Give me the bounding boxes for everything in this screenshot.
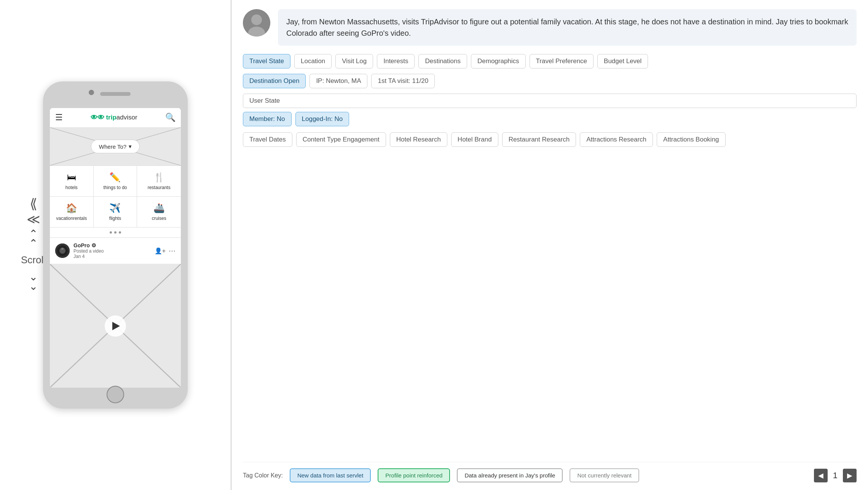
things-to-do-icon: ✏️ xyxy=(109,172,121,183)
user-avatar xyxy=(243,9,270,37)
scroll-control[interactable]: ⟪ ≪ ⌃ ⌃ Scroll ⌄ ⌄ xyxy=(21,197,46,293)
gopro-date-text: Jan 4 xyxy=(73,254,85,259)
play-triangle-icon xyxy=(112,322,120,330)
value-visit-log[interactable]: 1st TA visit: 11/20 xyxy=(371,74,435,88)
where-to-label: Where To? xyxy=(99,143,126,150)
main-content-area xyxy=(243,154,857,462)
restaurants-icon: 🍴 xyxy=(153,172,165,183)
up-chevron-2[interactable]: ⌃ xyxy=(29,237,38,250)
phone-speaker xyxy=(100,92,131,96)
user-state-label-chip: User State xyxy=(243,94,857,108)
value-destination-open[interactable]: Destination Open xyxy=(243,74,306,88)
tab-interests[interactable]: Interests xyxy=(377,54,415,68)
scroll-up-double-icon[interactable]: ≪ xyxy=(27,215,40,223)
gopro-left: GoPro ⚙ Posted a video Jan 4 xyxy=(55,242,104,259)
values-row-1: Destination Open IP: Newton, MA 1st TA v… xyxy=(243,74,857,88)
tab-location[interactable]: Location xyxy=(294,54,332,68)
gopro-name: GoPro ⚙ xyxy=(73,242,104,248)
restaurants-label: restaurants xyxy=(148,185,171,190)
category-vacation-rentals[interactable]: 🏠 vacationrentals xyxy=(50,197,94,228)
tab-visit-log[interactable]: Visit Log xyxy=(335,54,373,68)
user-state-section: User State Member: No Logged-In: No xyxy=(243,94,857,126)
gopro-verified-icon: ⚙ xyxy=(91,242,96,248)
tab-hotel-research[interactable]: Hotel Research xyxy=(390,132,447,147)
search-icon[interactable]: 🔍 xyxy=(165,113,176,123)
category-cruises[interactable]: 🚢 cruises xyxy=(137,197,181,228)
tab-content-type-engagement[interactable]: Content Type Engagement xyxy=(296,132,386,147)
right-panel: Jay, from Newton Massachusetts, visits T… xyxy=(231,0,868,490)
category-flights[interactable]: ✈️ flights xyxy=(94,197,137,228)
tripadvisor-logo: 👁👁 tripadvisor xyxy=(91,114,137,122)
gopro-header: GoPro ⚙ Posted a video Jan 4 👤+ xyxy=(55,242,176,259)
add-friend-icon[interactable]: 👤+ xyxy=(155,247,166,255)
next-page-button[interactable]: ▶ xyxy=(843,469,857,482)
pagination: ◀ 1 ▶ xyxy=(814,469,857,482)
gopro-info: GoPro ⚙ Posted a video Jan 4 xyxy=(73,242,104,259)
cruises-icon: 🚢 xyxy=(153,203,165,213)
cruises-label: cruises xyxy=(152,216,166,221)
scroll-label: Scroll xyxy=(21,255,46,266)
svg-point-6 xyxy=(61,248,64,250)
dot-1 xyxy=(110,231,112,234)
category-grid: 🛏 hotels ✏️ things to do 🍴 restaurants 🏠… xyxy=(50,165,181,228)
up-arrows-group[interactable]: ⌃ ⌃ xyxy=(29,228,38,250)
page-number: 1 xyxy=(833,471,838,480)
tag-color-key-label: Tag Color Key: xyxy=(243,472,283,479)
tab-attractions-research[interactable]: Attractions Research xyxy=(580,132,653,147)
gopro-post: GoPro ⚙ Posted a video Jan 4 👤+ xyxy=(50,238,181,264)
phone-camera xyxy=(89,90,94,95)
category-hotels[interactable]: 🛏 hotels xyxy=(50,166,94,197)
legend-new-data: New data from last servlet xyxy=(290,468,371,482)
left-panel: ⟪ ≪ ⌃ ⌃ Scroll ⌄ ⌄ ☰ 👁👁 tripadvisor 🔍 xyxy=(0,0,231,490)
legend-already-present: Data already present in Jay's profile xyxy=(457,468,563,482)
category-things-to-do[interactable]: ✏️ things to do xyxy=(94,166,137,197)
flights-icon: ✈️ xyxy=(109,203,121,213)
footer: Tag Color Key: New data from last servle… xyxy=(243,462,857,482)
tab-destinations[interactable]: Destinations xyxy=(418,54,467,68)
tab-attractions-booking[interactable]: Attractions Booking xyxy=(657,132,725,147)
legend-not-relevant: Not currently relevant xyxy=(570,468,639,482)
hotels-icon: 🛏 xyxy=(67,172,76,183)
gopro-subtitle: Posted a video Jan 4 xyxy=(73,248,104,259)
user-state-chips: Member: No Logged-In: No xyxy=(243,112,857,126)
dots-row xyxy=(50,228,181,238)
things-to-do-label: things to do xyxy=(103,185,127,190)
vacation-rentals-label: vacationrentals xyxy=(56,216,87,221)
tab-budget-level[interactable]: Budget Level xyxy=(597,54,648,68)
tab-travel-state[interactable]: Travel State xyxy=(243,54,290,68)
flights-label: flights xyxy=(109,216,121,221)
tabs-row-2: Travel Dates Content Type Engagement Hot… xyxy=(243,132,857,147)
phone-mockup: ☰ 👁👁 tripadvisor 🔍 Where To? ▾ xyxy=(43,81,188,409)
phone-home-button[interactable] xyxy=(107,386,124,403)
tab-hotel-brand[interactable]: Hotel Brand xyxy=(451,132,498,147)
scroll-up-icon[interactable]: ⟪ xyxy=(30,197,37,211)
owl-icon: 👁👁 xyxy=(91,114,104,122)
down-arrows-group[interactable]: ⌄ ⌄ xyxy=(29,271,38,293)
hamburger-icon[interactable]: ☰ xyxy=(55,113,63,123)
value-member[interactable]: Member: No xyxy=(243,112,292,126)
down-chevron-2[interactable]: ⌄ xyxy=(29,280,38,293)
gopro-actions[interactable]: 👤+ ⋯ xyxy=(155,247,176,255)
tab-travel-preference[interactable]: Travel Preference xyxy=(530,54,594,68)
play-button[interactable] xyxy=(105,315,126,337)
svg-point-11 xyxy=(251,14,262,25)
video-area[interactable] xyxy=(50,264,181,388)
category-restaurants[interactable]: 🍴 restaurants xyxy=(137,166,181,197)
logo-text: tripadvisor xyxy=(106,114,137,121)
tab-restaurant-research[interactable]: Restaurant Research xyxy=(502,132,576,147)
hotels-label: hotels xyxy=(65,185,78,190)
app-bar: ☰ 👁👁 tripadvisor 🔍 xyxy=(50,108,181,127)
more-options-icon[interactable]: ⋯ xyxy=(169,247,176,255)
legend-reinforced: Profile point reinforced xyxy=(378,468,450,482)
value-logged-in[interactable]: Logged-In: No xyxy=(295,112,349,126)
tabs-row-1: Travel State Location Visit Log Interest… xyxy=(243,54,857,68)
dot-2 xyxy=(114,231,116,234)
where-to-button[interactable]: Where To? ▾ xyxy=(91,140,140,153)
user-header: Jay, from Newton Massachusetts, visits T… xyxy=(243,9,857,46)
user-description-box: Jay, from Newton Massachusetts, visits T… xyxy=(278,9,857,46)
prev-page-button[interactable]: ◀ xyxy=(814,469,828,482)
value-ip-location[interactable]: IP: Newton, MA xyxy=(310,74,367,88)
dot-3 xyxy=(119,231,121,234)
tab-demographics[interactable]: Demographics xyxy=(471,54,526,68)
tab-travel-dates[interactable]: Travel Dates xyxy=(243,132,292,147)
